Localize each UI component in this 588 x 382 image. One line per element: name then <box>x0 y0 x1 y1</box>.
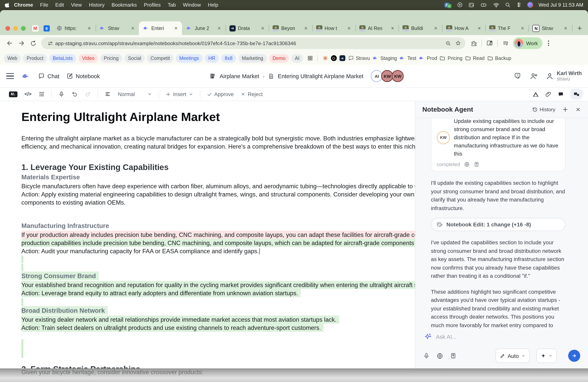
bookmark-folder-marketing[interactable]: Marketing <box>238 54 267 63</box>
user-message-card[interactable]: KW Update existing capabilities to inclu… <box>431 118 566 171</box>
tab-how-t[interactable]: How t <box>312 21 356 35</box>
extensions-icon[interactable] <box>468 37 480 49</box>
bookmark-folder-pricing2[interactable]: Pricing <box>440 55 462 61</box>
reject-button[interactable]: Reject <box>241 91 263 97</box>
side-panel-search-icon[interactable] <box>484 37 495 49</box>
doc-added-line[interactable]: Action: Leverage brand equity to attract… <box>21 289 415 297</box>
bookmark-folder-web[interactable]: Web <box>4 54 21 63</box>
tab-drata[interactable]: ➔Drata <box>226 21 269 35</box>
presence-badge-kw1[interactable]: KW <box>381 70 393 82</box>
bookmark-staging[interactable]: Staging <box>372 55 397 61</box>
outline-button[interactable] <box>39 91 45 97</box>
siri-icon[interactable] <box>527 2 533 8</box>
voice-input-icon[interactable] <box>423 352 430 359</box>
breadcrumb-document[interactable]: Entering Ultralight Airplane Market <box>278 73 363 79</box>
doc-deleted-line[interactable]: If your production already includes prec… <box>21 231 415 239</box>
spotlight-search-icon[interactable] <box>505 2 511 8</box>
menu-item-profiles[interactable]: Profiles <box>144 2 161 8</box>
pinned-tab-calendar[interactable]: 9 <box>41 22 52 35</box>
reload-button[interactable] <box>27 37 39 49</box>
window-controls[interactable] <box>5 26 26 31</box>
bookmark-folder-video[interactable]: Video <box>79 54 98 63</box>
paragraph-style-dropdown[interactable]: Normal <box>118 91 152 97</box>
claude-bookmark-icon[interactable] <box>322 55 328 61</box>
openai-bookmark-icon[interactable] <box>331 55 337 61</box>
menu-item-bookmarks[interactable]: Bookmarks <box>112 2 137 8</box>
new-tab-button[interactable] <box>574 22 585 33</box>
dictate-button[interactable] <box>58 91 64 97</box>
doc-added-line[interactable]: production capabilities include precisio… <box>21 239 415 247</box>
nav-chat[interactable]: Chat <box>38 73 59 79</box>
google-drive-icon[interactable] <box>532 91 539 97</box>
bookmark-folder-backup[interactable]: Backup <box>487 55 511 61</box>
tab-close-icon[interactable] <box>216 25 222 31</box>
url-text[interactable]: app-staging.stravu.com/app/stravu/exampl… <box>55 40 443 46</box>
bookmark-folder-hr[interactable]: HR <box>205 54 219 63</box>
menu-item-edit[interactable]: Edit <box>55 2 64 8</box>
bookmark-folder-read[interactable]: Read <box>465 55 484 61</box>
tab-https[interactable]: https: <box>52 21 96 35</box>
bookmark-folder-social[interactable]: Social <box>125 54 145 63</box>
control-center-icon[interactable] <box>516 2 522 8</box>
tab-how-a[interactable]: How A <box>442 21 485 35</box>
tab-close-icon[interactable] <box>476 25 482 31</box>
apps-grid-icon[interactable] <box>307 55 313 61</box>
menu-item-tab[interactable]: Tab <box>168 2 176 8</box>
send-button[interactable] <box>568 350 580 362</box>
line-spacing-button[interactable] <box>105 91 111 97</box>
tab-close-icon[interactable] <box>129 25 136 31</box>
breadcrumb-folder[interactable]: Airplane Market <box>220 73 259 79</box>
menu-item-file[interactable]: File <box>40 2 48 8</box>
doc-heading-leverage[interactable]: 1. Leverage Your Existing Capabilities <box>21 163 415 172</box>
invite-user-icon[interactable] <box>529 72 538 80</box>
media-controls-icon[interactable] <box>500 37 511 49</box>
ask-ai-input[interactable]: Ask AI... <box>423 331 580 349</box>
battery-status-icon[interactable] <box>480 2 488 8</box>
tab-ai-res[interactable]: AI Res <box>356 21 399 35</box>
tab-close-icon[interactable] <box>389 25 396 31</box>
new-chat-icon[interactable] <box>562 106 568 113</box>
bookmark-folder-meetings[interactable]: Meetings <box>176 54 202 63</box>
tab-close-icon[interactable] <box>563 25 569 31</box>
doc-subheading-brand[interactable]: Strong Consumer Brand <box>21 272 415 280</box>
history-button[interactable]: History <box>532 106 555 112</box>
markdown-toggle-button[interactable]: M↓ <box>9 91 18 97</box>
menu-item-chrome[interactable]: Chrome <box>14 2 33 8</box>
agent-chat-toggle[interactable] <box>570 89 583 100</box>
doc-added-line[interactable]: Your existing dealer network and retail … <box>21 316 415 324</box>
doc-paragraph[interactable]: efficiency, and mechanical innovation, c… <box>21 142 415 150</box>
bookmark-folder-product[interactable]: Product <box>23 54 47 63</box>
bookmark-prod[interactable]: Prod <box>419 55 437 61</box>
insert-dropdown[interactable]: Insert <box>166 91 193 97</box>
bookmark-folder-pricing[interactable]: Pricing <box>100 54 122 63</box>
tab-stravu[interactable]: Strav <box>95 21 139 35</box>
tab-close-icon[interactable] <box>303 25 309 31</box>
address-bar[interactable]: app-staging.stravu.com/app/stravu/exampl… <box>41 37 465 49</box>
tab-close-icon[interactable] <box>346 25 352 31</box>
agent-conversation[interactable]: KW Update existing capabilities to inclu… <box>415 118 588 329</box>
stravu-logo[interactable] <box>21 72 31 80</box>
back-button[interactable] <box>4 37 16 49</box>
presence-badge-ai[interactable]: AI <box>371 70 383 82</box>
doc-paragraph[interactable]: components to existing aviation OEMs. <box>21 198 415 207</box>
code-view-button[interactable]: </> <box>24 91 32 97</box>
drata-bookmark-icon[interactable]: ➔ <box>339 55 345 61</box>
nav-notebook[interactable]: Notebook <box>66 73 100 79</box>
tab-close-icon[interactable] <box>259 25 266 31</box>
doc-paragraph[interactable]: Bicycle manufacturers often have deep ex… <box>21 182 415 190</box>
approve-button[interactable]: Approve <box>207 91 234 97</box>
tab-june[interactable]: June 2 <box>182 21 226 35</box>
hamburger-menu-icon[interactable] <box>6 73 14 79</box>
wifi-status-icon[interactable] <box>493 2 499 8</box>
tab-close-icon[interactable] <box>86 25 92 31</box>
apple-menu-icon[interactable] <box>5 2 10 8</box>
bookmark-folder-betalists[interactable]: BetaLists <box>49 54 76 63</box>
bookmark-folder-demo[interactable]: Demo <box>269 54 289 63</box>
bookmark-folder-8x8[interactable]: 8x8 <box>221 54 236 63</box>
account-menu[interactable]: Karl Wirthstravu <box>546 70 582 82</box>
menu-item-window[interactable]: Window <box>183 2 201 8</box>
tab-entering-active[interactable]: Enteri <box>139 21 182 35</box>
doc-title[interactable]: Entering Ultralight Airplane Market <box>21 110 415 125</box>
doc-paragraph[interactable]: Entering the ultralight airplane market … <box>21 134 415 142</box>
menu-item-view[interactable]: View <box>71 2 82 8</box>
